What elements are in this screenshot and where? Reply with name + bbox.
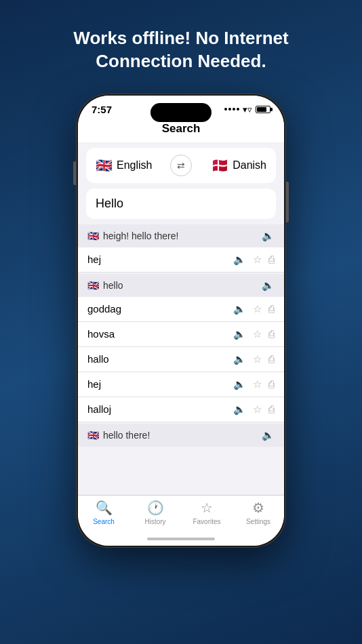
- favorite-trans-1-0[interactable]: ☆: [253, 254, 262, 266]
- swap-languages-button[interactable]: ⇄: [170, 155, 192, 176]
- translation-row-1-0: hej 🔈 ☆ ⎙: [78, 247, 284, 273]
- play-audio-source-2[interactable]: 🔈: [262, 279, 275, 291]
- status-time: 7:57: [92, 104, 112, 115]
- share-2-1[interactable]: ⎙: [268, 328, 275, 340]
- language-selector[interactable]: 🇬🇧 English ⇄ 🇩🇰 Danish: [86, 148, 276, 183]
- swap-icon: ⇄: [177, 160, 185, 171]
- source-text-row: 🇬🇧 heigh! hello there!: [87, 230, 178, 241]
- play-audio-2-3[interactable]: 🔈: [233, 378, 246, 390]
- translation-row-2-0: goddag 🔈 ☆ ⎙: [78, 297, 284, 322]
- headline: Works offline! No Internet Connection Ne…: [53, 27, 308, 73]
- play-audio-source-3[interactable]: 🔈: [262, 429, 275, 441]
- result-group-1: 🇬🇧 heigh! hello there! 🔈 hej 🔈 ☆ ⎙: [78, 224, 284, 273]
- translation-text-2-3: hej: [87, 378, 101, 390]
- result-source-row-2: 🇬🇧 hello 🔈: [78, 274, 284, 297]
- translation-actions-2-0: 🔈 ☆ ⎙: [233, 303, 275, 315]
- history-tab-icon: 🕐: [147, 500, 164, 516]
- tab-bar: 🔍 Search 🕐 History ☆ Favorites ⚙ Setting…: [78, 495, 284, 534]
- target-flag: 🇩🇰: [212, 157, 228, 174]
- source-text-row-2: 🇬🇧 hello: [87, 280, 123, 291]
- tab-settings[interactable]: ⚙ Settings: [233, 500, 284, 525]
- home-indicator: [78, 534, 284, 546]
- translation-actions: 🔈 ☆ ⎙: [233, 254, 275, 266]
- result-group-3: 🇬🇧 hello there! 🔈: [78, 424, 284, 447]
- phone-frame: 7:57 ▾▿ Search 🇬🇧 English: [76, 94, 286, 548]
- settings-tab-label: Settings: [246, 518, 270, 525]
- translation-row-2-4: halloj 🔈 ☆ ⎙: [78, 397, 284, 422]
- translation-text-2-1: hovsa: [87, 328, 115, 340]
- result-source-row-3: 🇬🇧 hello there! 🔈: [78, 424, 284, 447]
- search-input-container[interactable]: Hello: [86, 188, 276, 219]
- translation-actions-2-3: 🔈 ☆ ⎙: [233, 378, 275, 390]
- play-audio-trans-1-0[interactable]: 🔈: [233, 254, 246, 266]
- home-bar: [147, 538, 215, 540]
- share-2-0[interactable]: ⎙: [268, 303, 275, 315]
- favorite-2-4[interactable]: ☆: [253, 403, 262, 416]
- source-flag-1: 🇬🇧: [87, 230, 99, 241]
- source-flag-2: 🇬🇧: [87, 280, 99, 291]
- translation-actions-2-4: 🔈 ☆ ⎙: [233, 403, 275, 416]
- play-audio-2-2[interactable]: 🔈: [233, 353, 246, 365]
- settings-tab-icon: ⚙: [252, 500, 264, 516]
- favorites-tab-icon: ☆: [201, 500, 213, 516]
- source-phrase-2: hello: [103, 280, 123, 291]
- translation-text-2-0: goddag: [87, 303, 121, 315]
- play-audio-2-0[interactable]: 🔈: [233, 303, 246, 315]
- share-2-3[interactable]: ⎙: [268, 378, 275, 390]
- source-language-name: English: [117, 159, 152, 172]
- source-flag: 🇬🇧: [96, 157, 113, 174]
- play-audio-2-1[interactable]: 🔈: [233, 328, 246, 340]
- source-phrase-3: hello there!: [103, 430, 150, 441]
- share-trans-1-0[interactable]: ⎙: [268, 254, 275, 265]
- translation-actions-2-2: 🔈 ☆ ⎙: [233, 353, 275, 365]
- share-2-4[interactable]: ⎙: [268, 403, 275, 415]
- results-list: 🇬🇧 heigh! hello there! 🔈 hej 🔈 ☆ ⎙: [78, 224, 284, 495]
- share-2-2[interactable]: ⎙: [268, 353, 275, 365]
- favorite-2-2[interactable]: ☆: [253, 353, 262, 365]
- favorite-2-3[interactable]: ☆: [253, 378, 262, 390]
- target-language-name: Danish: [233, 159, 266, 172]
- play-audio-source-1[interactable]: 🔈: [262, 230, 275, 242]
- search-tab-label: Search: [93, 518, 115, 525]
- favorite-2-0[interactable]: ☆: [253, 303, 262, 315]
- tab-search[interactable]: 🔍 Search: [78, 500, 129, 525]
- translation-text-2-4: halloj: [87, 403, 111, 415]
- play-audio-2-4[interactable]: 🔈: [233, 403, 246, 416]
- translation-text-1-0: hej: [87, 254, 101, 265]
- source-phrase-1: heigh! hello there!: [103, 230, 178, 241]
- source-flag-3: 🇬🇧: [87, 430, 99, 441]
- battery-icon: [256, 106, 270, 113]
- favorites-tab-label: Favorites: [193, 518, 220, 525]
- wifi-icon: ▾▿: [243, 104, 252, 115]
- history-tab-label: History: [144, 518, 165, 525]
- translation-text-2-2: hallo: [87, 353, 109, 365]
- search-tab-icon: 🔍: [96, 500, 113, 516]
- translation-actions-2-1: 🔈 ☆ ⎙: [233, 328, 275, 340]
- result-group-2: 🇬🇧 hello 🔈 goddag 🔈 ☆ ⎙ hovsa: [78, 274, 284, 422]
- tab-favorites[interactable]: ☆ Favorites: [181, 500, 233, 525]
- translation-row-2-1: hovsa 🔈 ☆ ⎙: [78, 322, 284, 347]
- tab-history[interactable]: 🕐 History: [129, 500, 181, 525]
- search-input[interactable]: Hello: [96, 197, 123, 210]
- translation-row-2-2: hallo 🔈 ☆ ⎙: [78, 347, 284, 372]
- source-text-row-3: 🇬🇧 hello there!: [87, 430, 150, 441]
- result-source-row: 🇬🇧 heigh! hello there! 🔈: [78, 224, 284, 247]
- target-language-button[interactable]: 🇩🇰 Danish: [192, 157, 266, 174]
- source-language-button[interactable]: 🇬🇧 English: [96, 157, 170, 174]
- translation-row-2-3: hej 🔈 ☆ ⎙: [78, 372, 284, 397]
- signal-icon: [224, 108, 239, 110]
- status-icons: ▾▿: [224, 104, 270, 115]
- dynamic-island: [150, 103, 212, 122]
- favorite-2-1[interactable]: ☆: [253, 328, 262, 340]
